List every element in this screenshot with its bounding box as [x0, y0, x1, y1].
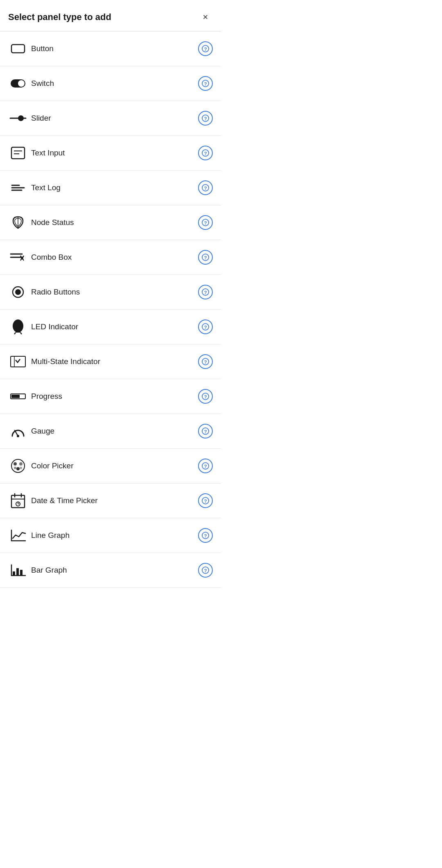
- list-item-button[interactable]: Button ?: [0, 31, 221, 66]
- help-button-color-picker[interactable]: ?: [198, 459, 213, 473]
- svg-point-53: [16, 467, 20, 470]
- svg-rect-0: [11, 45, 25, 53]
- list-item-bar-graph[interactable]: Bar Graph ?: [0, 553, 221, 588]
- help-button-node-status[interactable]: ?: [198, 215, 213, 230]
- svg-point-29: [15, 289, 21, 295]
- svg-point-55: [20, 467, 22, 469]
- list-item-line-graph[interactable]: Line Graph ?: [0, 518, 221, 553]
- list-item-switch[interactable]: Switch ?: [0, 66, 221, 101]
- help-button-combo-box[interactable]: ?: [198, 250, 213, 265]
- dialog-title: Select panel type to add: [8, 12, 111, 22]
- panel-type-list: Button ? Switch ? Slider ?: [0, 31, 221, 588]
- help-button-text-input[interactable]: ?: [198, 146, 213, 160]
- list-item-text-log[interactable]: Text Log ?: [0, 171, 221, 205]
- gauge-icon: [8, 421, 28, 441]
- svg-text:?: ?: [204, 290, 207, 295]
- help-button-gauge[interactable]: ?: [198, 424, 213, 438]
- svg-point-4: [18, 80, 25, 87]
- svg-text:?: ?: [204, 429, 207, 434]
- svg-text:?: ?: [204, 394, 207, 399]
- help-button-switch[interactable]: ?: [198, 76, 213, 91]
- dialog-header: Select panel type to add ×: [0, 0, 221, 31]
- progress-icon: [8, 387, 28, 406]
- svg-point-33: [13, 319, 23, 333]
- svg-text:?: ?: [204, 533, 207, 538]
- help-button-button[interactable]: ?: [198, 41, 213, 56]
- svg-text:?: ?: [204, 255, 207, 260]
- button-icon: [8, 39, 28, 58]
- item-label-radio-buttons: Radio Buttons: [31, 288, 198, 297]
- slider-icon: [8, 108, 28, 128]
- svg-rect-43: [11, 395, 20, 398]
- help-button-slider[interactable]: ?: [198, 111, 213, 126]
- list-item-slider[interactable]: Slider ?: [0, 101, 221, 136]
- list-item-radio-buttons[interactable]: Radio Buttons ?: [0, 275, 221, 310]
- bar-graph-icon: [8, 560, 28, 580]
- svg-text:?: ?: [204, 116, 207, 121]
- date-time-picker-icon: [8, 491, 28, 510]
- led-indicator-icon: [8, 317, 28, 337]
- svg-rect-11: [11, 147, 25, 159]
- svg-text:?: ?: [204, 220, 207, 225]
- svg-text:?: ?: [204, 359, 207, 364]
- help-button-multi-state-indicator[interactable]: ?: [198, 354, 213, 369]
- svg-point-52: [19, 462, 23, 465]
- svg-point-8: [18, 115, 24, 121]
- color-picker-icon: [8, 456, 28, 476]
- item-label-combo-box: Combo Box: [31, 253, 198, 262]
- list-item-node-status[interactable]: Node Status ?: [0, 205, 221, 240]
- svg-text:?: ?: [204, 324, 207, 330]
- svg-text:?: ?: [204, 463, 207, 469]
- item-label-text-log: Text Log: [31, 183, 198, 192]
- help-button-led-indicator[interactable]: ?: [198, 319, 213, 334]
- help-button-progress[interactable]: ?: [198, 389, 213, 404]
- list-item-date-time-picker[interactable]: Date & Time Picker ?: [0, 483, 221, 518]
- svg-point-47: [17, 435, 19, 437]
- svg-line-34: [14, 333, 16, 334]
- help-button-line-graph[interactable]: ?: [198, 528, 213, 543]
- svg-text:?: ?: [204, 568, 207, 573]
- svg-point-51: [14, 462, 17, 465]
- close-button[interactable]: ×: [198, 10, 213, 25]
- radio-buttons-icon: [8, 282, 28, 302]
- list-item-gauge[interactable]: Gauge ?: [0, 414, 221, 449]
- svg-point-54: [14, 467, 16, 469]
- help-button-text-log[interactable]: ?: [198, 180, 213, 195]
- item-label-switch: Switch: [31, 79, 198, 88]
- text-log-icon: [8, 178, 28, 198]
- item-label-slider: Slider: [31, 114, 198, 123]
- list-item-color-picker[interactable]: Color Picker ?: [0, 449, 221, 483]
- node-status-icon: [8, 213, 28, 232]
- list-item-text-input[interactable]: Text Input ?: [0, 136, 221, 171]
- text-input-icon: [8, 143, 28, 163]
- item-label-color-picker: Color Picker: [31, 461, 198, 470]
- svg-point-50: [11, 459, 25, 472]
- combo-box-icon: [8, 247, 28, 267]
- multi-state-indicator-icon: [8, 352, 28, 371]
- help-button-radio-buttons[interactable]: ?: [198, 285, 213, 299]
- list-item-progress[interactable]: Progress ?: [0, 379, 221, 414]
- item-label-text-input: Text Input: [31, 148, 198, 157]
- svg-text:?: ?: [204, 185, 207, 191]
- list-item-led-indicator[interactable]: LED Indicator ?: [0, 310, 221, 344]
- switch-icon: [8, 74, 28, 93]
- item-label-button: Button: [31, 44, 198, 53]
- svg-line-35: [20, 333, 22, 334]
- item-label-gauge: Gauge: [31, 427, 198, 436]
- item-label-bar-graph: Bar Graph: [31, 566, 198, 575]
- item-label-led-indicator: LED Indicator: [31, 322, 198, 331]
- item-label-line-graph: Line Graph: [31, 531, 198, 540]
- svg-rect-75: [20, 570, 23, 576]
- list-item-combo-box[interactable]: Combo Box ?: [0, 240, 221, 275]
- help-button-bar-graph[interactable]: ?: [198, 563, 213, 578]
- list-item-multi-state-indicator[interactable]: Multi-State Indicator ?: [0, 344, 221, 379]
- svg-text:?: ?: [204, 81, 207, 86]
- svg-text:?: ?: [204, 498, 207, 504]
- svg-text:?: ?: [204, 46, 207, 52]
- help-button-date-time-picker[interactable]: ?: [198, 493, 213, 508]
- item-label-node-status: Node Status: [31, 218, 198, 227]
- svg-rect-74: [16, 568, 19, 576]
- svg-text:?: ?: [204, 151, 207, 156]
- line-graph-icon: [8, 526, 28, 545]
- svg-rect-73: [13, 571, 15, 576]
